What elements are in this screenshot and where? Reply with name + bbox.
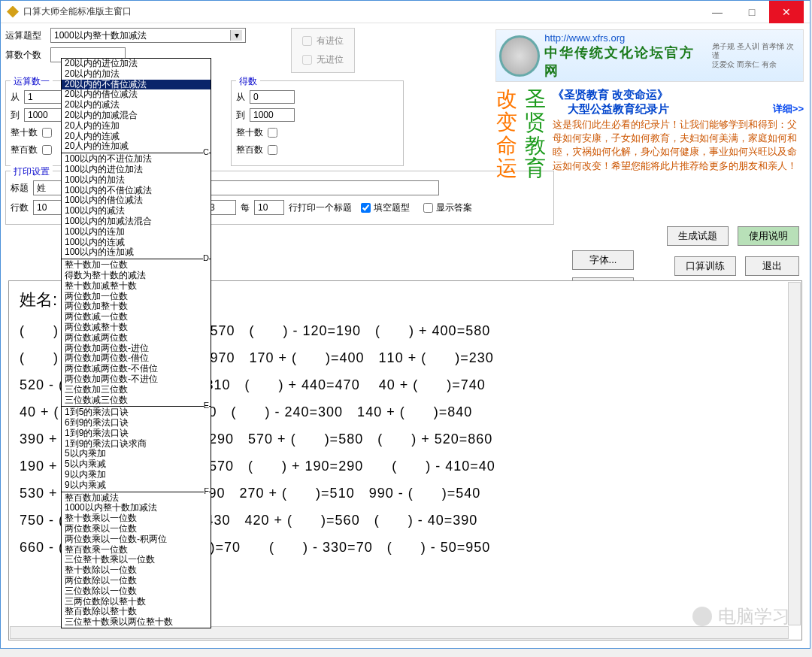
carry-group: 有进位 无进位 [291, 28, 355, 73]
dropdown-item[interactable]: 两位数加两位数-不进位 [62, 374, 211, 385]
dropdown-item[interactable]: 1000以内整十数加减法 [62, 503, 211, 513]
op1-tens-checkbox[interactable] [42, 128, 52, 138]
dropdown-item[interactable]: 整十数乘以一位数 [62, 513, 211, 524]
type-dropdown-list[interactable]: 20以内的进位加法20以内的加法20以内的不借位减法20以内的借位减法20以内的… [61, 58, 211, 628]
detail-link[interactable]: 详细>> [773, 102, 804, 116]
dropdown-item[interactable]: 20以内的加法 [62, 69, 211, 80]
app-icon [7, 6, 19, 18]
dropdown-item[interactable]: 整百数除以整十数 [62, 607, 211, 617]
hundreds-label: 整百数 [11, 144, 38, 156]
dropdown-item[interactable]: 两位数减两位数-不借位 [62, 364, 211, 374]
hundreds-label2: 整百数 [236, 144, 263, 156]
dropdown-item[interactable]: 整十数加一位数 [62, 260, 211, 271]
fill-checkbox[interactable] [361, 203, 371, 213]
chevron-down-icon[interactable]: ▾ [230, 30, 242, 41]
banner-side2: 泛爱众 而亲仁 有余 [712, 60, 800, 69]
op2-to-input[interactable] [250, 108, 295, 122]
dropdown-item[interactable]: 两位数加一位数 [62, 292, 211, 302]
nocarry-checkbox[interactable] [302, 55, 312, 65]
dropdown-item[interactable]: 两位数减一位数 [62, 312, 211, 322]
dropdown-item[interactable]: 20人内的连减 [62, 132, 211, 142]
dropdown-item[interactable]: 两位数乘以一位数 [62, 524, 211, 534]
dropdown-item[interactable]: 得数为整十数的减法 [62, 271, 211, 281]
dropdown-item[interactable]: 三位数加三位数 [62, 385, 211, 395]
dropdown-item[interactable]: 三两位数除以整十数 [62, 597, 211, 607]
dropdown-item[interactable]: 1到9的乘法口诀求商 [62, 439, 211, 450]
dropdown-item[interactable]: 三位数除以一位数 [62, 586, 211, 597]
train-button[interactable]: 口算训练 [674, 256, 736, 276]
dropdown-item[interactable]: 整百数加减法 [62, 493, 211, 504]
dropdown-item[interactable]: 9以内乘减 [62, 480, 211, 491]
dropdown-item[interactable]: 100以内的加减法混合 [62, 216, 211, 227]
each-label: 每 [241, 201, 250, 214]
dropdown-item[interactable]: 20以内的不借位减法 [62, 80, 211, 90]
type-combo-value: 1000以内整十数加减法 [54, 29, 147, 42]
dropdown-item[interactable]: 整十数加减整十数 [62, 281, 211, 292]
tens-label2: 整十数 [236, 126, 263, 139]
dropdown-item[interactable]: 100以内的不进位加法 [62, 154, 211, 165]
banner-url[interactable]: http://www.xfrs.org [544, 32, 707, 44]
dropdown-item[interactable]: 100以内的进位加法 [62, 165, 211, 175]
dropdown-item[interactable]: 两位数加两位数-借位 [62, 353, 211, 364]
font-button[interactable]: 字体... [572, 250, 634, 270]
dropdown-item[interactable]: 1到9的乘法口诀 [62, 428, 211, 439]
dropdown-item[interactable]: 三位整十数乘以一位数 [62, 555, 211, 565]
promo-t2: 大型公益教育纪录片 [568, 102, 669, 115]
dropdown-item[interactable]: 6到9的乘法口诀 [62, 418, 211, 428]
from-label2: 从 [236, 91, 245, 104]
nocarry-label: 无进位 [317, 53, 344, 66]
help-button[interactable]: 使用说明 [738, 226, 799, 246]
dropdown-item[interactable]: 两位数加整十数 [62, 301, 211, 312]
result-legend: 得数 [236, 75, 260, 88]
op2-from-input[interactable] [250, 90, 295, 104]
dropdown-item[interactable]: 两位数乘以一位数-积两位 [62, 534, 211, 545]
dropdown-item[interactable]: 两位数除以一位数 [62, 576, 211, 586]
dropdown-item[interactable]: 三位数减三位数 [62, 395, 211, 406]
dropdown-item[interactable]: 整百数乘一位数 [62, 545, 211, 556]
dropdown-item[interactable]: 100以内的借位减法 [62, 195, 211, 206]
generate-button[interactable]: 生成试题 [667, 226, 729, 246]
dropdown-item[interactable]: 5以内乘加 [62, 449, 211, 459]
type-combo[interactable]: 1000以内整十数加减法 ▾ [50, 28, 246, 43]
dropdown-item[interactable]: 100以内的连减 [62, 238, 211, 248]
dropdown-item[interactable]: 20以内的进位加法 [62, 59, 211, 69]
maximize-button[interactable]: □ [735, 1, 769, 23]
dropdown-item[interactable]: 两位数减整十数 [62, 322, 211, 333]
dropdown-item[interactable]: 100以内的连加 [62, 227, 211, 238]
dropdown-item[interactable]: 100以内的减法 [62, 206, 211, 216]
dropdown-item[interactable]: 100以内的加法 [62, 175, 211, 186]
dropdown-item[interactable]: 9以内乘加 [62, 470, 211, 480]
op2-tens-checkbox[interactable] [268, 128, 277, 138]
exit-button[interactable]: 退出 [745, 256, 799, 276]
close-button[interactable]: ✕ [769, 1, 804, 23]
avatar-icon [499, 35, 540, 77]
window-title: 口算大师全能标准版主窗口 [23, 5, 700, 18]
title-label: 标题 [11, 182, 29, 195]
vertical-scrollbar[interactable] [788, 282, 801, 625]
dropdown-item[interactable]: 20以内的借位减法 [62, 89, 211, 100]
dropdown-item[interactable]: 20人内的连加减 [62, 141, 211, 152]
dropdown-item[interactable]: 100以内的不借位减法 [62, 186, 211, 196]
each-input[interactable] [254, 200, 284, 215]
rows-input[interactable] [33, 200, 63, 215]
op1-hundreds-checkbox[interactable] [42, 145, 52, 155]
carry-checkbox[interactable] [302, 36, 312, 46]
dropdown-item[interactable]: 三位整十数乘以两位整十数 [62, 617, 211, 628]
dropdown-item[interactable]: 5以内乘减 [62, 459, 211, 470]
dropdown-item[interactable]: 两位数加两位数-进位 [62, 344, 211, 354]
tens-label: 整十数 [11, 126, 38, 139]
dropdown-item[interactable]: 20以内的加减混合 [62, 111, 211, 121]
promo-v2: 圣贤教育 [524, 88, 547, 180]
op2-hundreds-checkbox[interactable] [268, 145, 277, 155]
dropdown-item[interactable]: 20人内的连加 [62, 121, 211, 132]
dropdown-item[interactable]: 100以内的连加减 [62, 247, 211, 258]
titlebar: 口算大师全能标准版主窗口 — □ ✕ [1, 1, 810, 23]
showans-checkbox[interactable] [423, 203, 433, 213]
dropdown-item[interactable]: 20以内的减法 [62, 100, 211, 111]
dropdown-item[interactable]: 整十数除以一位数 [62, 565, 211, 576]
dropdown-item[interactable]: 两位数减两位数 [62, 333, 211, 344]
to-label2: 到 [236, 109, 245, 122]
dropdown-item[interactable]: 1到5的乘法口诀 [62, 407, 211, 418]
minimize-button[interactable]: — [700, 1, 735, 23]
print-legend: 打印设置 [11, 165, 53, 178]
